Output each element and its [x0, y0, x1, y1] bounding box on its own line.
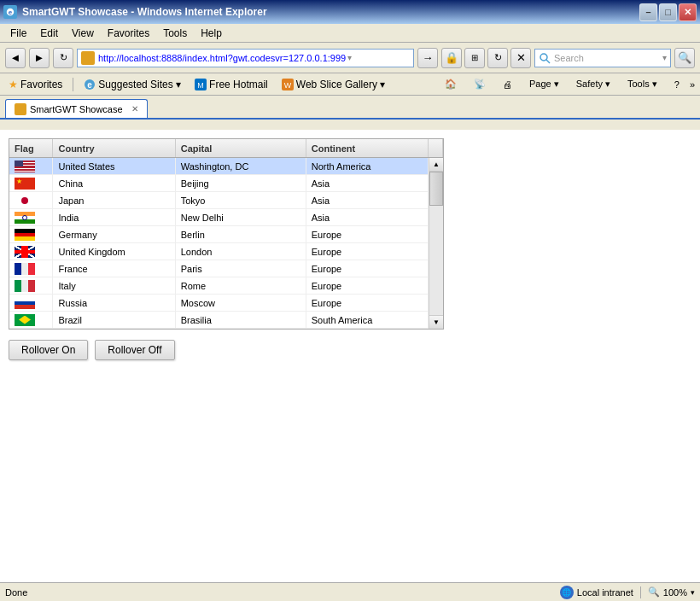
zone-label: Local intranet	[577, 587, 633, 598]
flag-cell	[9, 295, 53, 311]
country-cell: France	[53, 260, 175, 277]
table-row[interactable]: United States Washington, DC North Ameri…	[9, 158, 429, 175]
forward-button[interactable]: ►	[29, 48, 50, 68]
rollover-off-button[interactable]: Rollover Off	[95, 340, 174, 360]
flag-cell	[9, 226, 53, 242]
minimize-button[interactable]: –	[639, 3, 657, 21]
safety-menu[interactable]: Safety ▾	[569, 77, 617, 91]
svg-text:e: e	[88, 80, 93, 90]
rollover-on-button[interactable]: Rollover On	[9, 340, 88, 360]
continent-cell: Europe	[306, 277, 429, 294]
maximize-button[interactable]: □	[659, 3, 677, 21]
flag-cell	[9, 192, 53, 208]
print-button[interactable]: 🖨	[496, 78, 519, 91]
search-box[interactable]: Search ▾	[534, 49, 671, 67]
country-cell: Brazil	[53, 312, 175, 328]
status-separator	[640, 586, 641, 598]
flag-cn-icon	[15, 178, 35, 190]
back-button[interactable]: ◄	[5, 48, 26, 68]
table-row[interactable]: United Kingdom London Europe	[9, 243, 429, 260]
window-title: SmartGWT Showcase - Windows Internet Exp…	[22, 6, 267, 18]
flag-gb-icon	[15, 246, 35, 258]
stop-button[interactable]: ✕	[510, 48, 531, 68]
capital-cell: London	[176, 243, 306, 260]
tab-close-icon[interactable]: ✕	[131, 104, 138, 114]
table-row[interactable]: China Beijing Asia	[9, 175, 429, 192]
address-field[interactable]: http://localhost:8888/index.html?gwt.cod…	[77, 49, 414, 67]
tab-smartgwt[interactable]: SmartGWT Showcase ✕	[5, 99, 148, 118]
refresh-button[interactable]: ↻	[53, 48, 73, 68]
column-header-scroll	[429, 139, 443, 157]
country-cell: Germany	[53, 226, 175, 242]
table-row[interactable]: Brazil Brasilia South America	[9, 312, 429, 329]
menu-edit[interactable]: Edit	[33, 26, 65, 41]
continent-cell: Europe	[306, 243, 429, 260]
tab-bar: SmartGWT Showcase ✕	[0, 96, 700, 120]
country-cell: China	[53, 175, 175, 191]
flag-de-icon	[15, 229, 35, 241]
security-icon: 🔒	[441, 48, 462, 68]
menu-file[interactable]: File	[3, 26, 33, 41]
tab-icon	[15, 103, 26, 115]
table-row[interactable]: Japan Tokyo Asia	[9, 192, 429, 209]
flag-fr-icon	[15, 263, 35, 275]
menu-tools[interactable]: Tools	[156, 26, 194, 41]
zoom-chevron[interactable]: ▾	[691, 588, 695, 597]
column-header-flag: Flag	[9, 139, 53, 157]
svg-line-3	[546, 60, 550, 63]
fav-separator	[73, 78, 73, 91]
continent-cell: Asia	[306, 209, 429, 225]
tools-menu[interactable]: Tools ▾	[621, 77, 664, 91]
menu-view[interactable]: View	[65, 26, 101, 41]
scroll-down-button[interactable]: ▼	[429, 315, 443, 329]
zoom-icon: 🔍	[648, 586, 660, 598]
menu-help[interactable]: Help	[194, 26, 229, 41]
grid-header: Flag Country Capital Continent	[9, 139, 443, 158]
address-bar: ◄ ► ↻ http://localhost:8888/index.html?g…	[0, 43, 700, 73]
security-zone: 🌐 Local intranet	[560, 586, 633, 599]
search-engine-icon	[539, 52, 551, 64]
search-submit-button[interactable]: 🔍	[674, 48, 695, 68]
menu-favorites[interactable]: Favorites	[101, 26, 156, 41]
webslice-link[interactable]: W Web Slice Gallery ▾	[278, 77, 388, 92]
table-row[interactable]: Germany Berlin Europe	[9, 226, 429, 243]
hotmail-link[interactable]: M Free Hotmail	[191, 77, 271, 92]
data-grid: Flag Country Capital Continent United St…	[9, 138, 444, 330]
flag-us-icon	[15, 160, 35, 172]
hotmail-icon: M	[195, 79, 207, 90]
flag-cell	[9, 312, 53, 328]
table-row[interactable]: France Paris Europe	[9, 260, 429, 277]
suggested-sites-link[interactable]: e Suggested Sites ▾	[80, 77, 184, 92]
scroll-up-button[interactable]: ▲	[429, 158, 443, 172]
help-button[interactable]: ?	[668, 78, 686, 91]
zoom-area[interactable]: 🔍 100% ▾	[648, 586, 695, 598]
close-button[interactable]: ✕	[679, 3, 697, 21]
capital-cell: New Delhi	[176, 209, 306, 225]
country-cell: Russia	[53, 295, 175, 311]
column-header-country: Country	[53, 139, 175, 157]
home-button[interactable]: 🏠	[438, 77, 464, 91]
table-row[interactable]: Italy Rome Europe	[9, 277, 429, 295]
feeds-button[interactable]: 📡	[467, 77, 493, 91]
flag-cell	[9, 158, 53, 174]
continent-cell: South America	[306, 312, 429, 328]
continent-cell: North America	[306, 158, 429, 174]
page-menu[interactable]: Page ▾	[522, 77, 566, 91]
scroll-thumb[interactable]	[429, 172, 443, 206]
refresh2-button[interactable]: ↻	[487, 48, 508, 68]
table-row[interactable]: Russia Moscow Europe	[9, 295, 429, 312]
overflow-button[interactable]: »	[690, 79, 695, 90]
grid-scrollbar[interactable]: ▲ ▼	[429, 158, 443, 329]
table-row[interactable]: India New Delhi Asia	[9, 209, 429, 226]
continent-cell: Europe	[306, 260, 429, 277]
country-cell: India	[53, 209, 175, 225]
country-cell: Japan	[53, 192, 175, 208]
flag-cell	[9, 277, 53, 294]
app-icon: e	[3, 5, 17, 19]
compat-button[interactable]: ⊞	[464, 48, 485, 68]
continent-cell: Europe	[306, 226, 429, 242]
nav-go-button[interactable]: →	[417, 48, 438, 68]
zoom-level: 100%	[663, 587, 687, 598]
ie-icon: e	[84, 79, 96, 90]
favorites-button[interactable]: ★ Favorites	[5, 77, 66, 92]
